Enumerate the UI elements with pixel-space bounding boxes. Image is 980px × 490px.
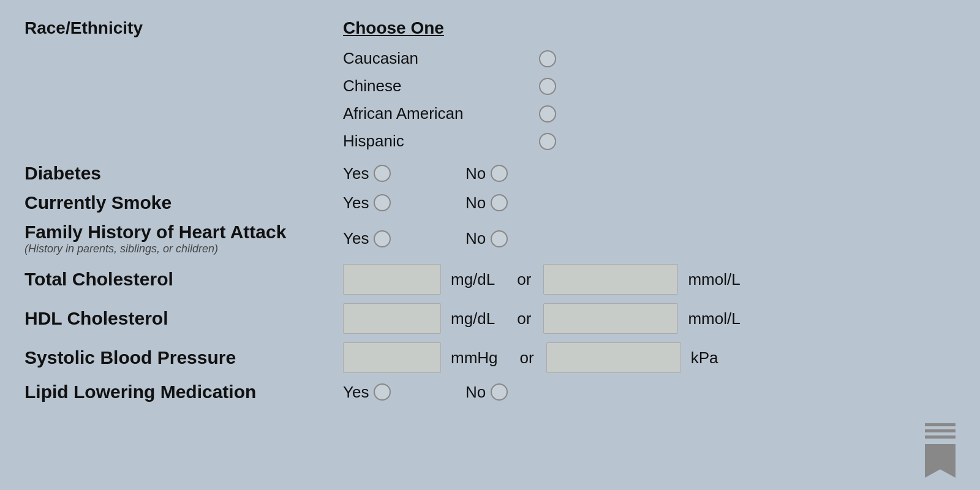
hdl-cholesterol-unit1: mg/dL	[451, 309, 495, 328]
total-cholesterol-label: Total Cholesterol	[24, 269, 343, 290]
smoke-yes-radio[interactable]	[374, 194, 391, 211]
chinese-label: Chinese	[343, 77, 539, 96]
family-yes-option: Yes	[343, 229, 453, 248]
hispanic-row: Hispanic	[343, 132, 956, 151]
total-cholesterol-or: or	[517, 270, 531, 289]
family-history-sublabel: (History in parents, siblings, or childr…	[24, 243, 343, 255]
lipid-lowering-yes-no: Yes No	[343, 383, 576, 402]
hispanic-label: Hispanic	[343, 132, 539, 151]
lipid-lowering-row: Lipid Lowering Medication Yes No	[24, 382, 956, 402]
diabetes-yes-radio[interactable]	[374, 165, 391, 182]
systolic-bp-unit1: mmHg	[451, 349, 498, 368]
diabetes-no-option: No	[466, 164, 576, 183]
family-yes-label: Yes	[343, 229, 369, 248]
systolic-bp-row: Systolic Blood Pressure mmHg or kPa	[24, 342, 956, 373]
family-history-row: Family History of Heart Attack (History …	[24, 222, 956, 255]
systolic-bp-or: or	[520, 349, 534, 368]
african-american-label: African American	[343, 104, 539, 123]
bookmark-icon[interactable]	[925, 423, 956, 478]
caucasian-row: Caucasian	[343, 49, 956, 68]
race-ethnicity-row: Race/Ethnicity Choose One	[24, 18, 956, 38]
family-label-block: Family History of Heart Attack (History …	[24, 222, 343, 255]
bookmark-shape	[925, 444, 956, 478]
total-cholesterol-unit1: mg/dL	[451, 270, 495, 289]
lipid-lowering-yes-label: Yes	[343, 383, 369, 402]
hdl-cholesterol-or: or	[517, 309, 531, 328]
african-american-row: African American	[343, 104, 956, 123]
smoke-yes-label: Yes	[343, 194, 369, 213]
lipid-lowering-no-radio[interactable]	[491, 383, 508, 401]
total-cholesterol-input-mgdl[interactable]	[343, 264, 441, 295]
diabetes-label: Diabetes	[24, 163, 343, 184]
diabetes-yes-no: Yes No	[343, 164, 576, 183]
systolic-bp-input-kpa[interactable]	[546, 342, 681, 373]
diabetes-no-radio[interactable]	[491, 165, 508, 182]
lipid-lowering-label: Lipid Lowering Medication	[24, 382, 343, 402]
bookmark-line-3	[925, 435, 956, 439]
lipid-lowering-no-option: No	[466, 383, 576, 402]
main-container: Race/Ethnicity Choose One Caucasian Chin…	[0, 0, 980, 429]
smoke-yes-no: Yes No	[343, 194, 576, 213]
diabetes-no-label: No	[466, 164, 486, 183]
bookmark-line-1	[925, 423, 956, 426]
systolic-bp-unit2: kPa	[691, 349, 718, 368]
hdl-cholesterol-unit2: mmol/L	[688, 309, 740, 328]
choose-one-link[interactable]: Choose One	[343, 18, 444, 38]
total-cholesterol-unit2: mmol/L	[688, 270, 740, 289]
diabetes-yes-option: Yes	[343, 164, 453, 183]
chinese-row: Chinese	[343, 77, 956, 96]
family-history-label: Family History of Heart Attack	[24, 222, 343, 243]
family-no-radio[interactable]	[491, 230, 508, 247]
total-cholesterol-row: Total Cholesterol mg/dL or mmol/L	[24, 264, 956, 295]
family-no-option: No	[466, 229, 576, 248]
smoke-row: Currently Smoke Yes No	[24, 192, 956, 213]
caucasian-radio[interactable]	[539, 50, 556, 67]
family-yes-no: Yes No	[343, 229, 576, 248]
hdl-cholesterol-label: HDL Cholesterol	[24, 308, 343, 329]
family-no-label: No	[466, 229, 486, 248]
smoke-no-radio[interactable]	[491, 194, 508, 211]
lipid-lowering-yes-option: Yes	[343, 383, 453, 402]
hdl-cholesterol-row: HDL Cholesterol mg/dL or mmol/L	[24, 303, 956, 334]
hdl-cholesterol-input-mmoll[interactable]	[543, 303, 678, 334]
systolic-bp-input-mmhg[interactable]	[343, 342, 441, 373]
lipid-lowering-yes-radio[interactable]	[374, 383, 391, 401]
smoke-no-option: No	[466, 194, 576, 213]
hispanic-radio[interactable]	[539, 133, 556, 150]
family-yes-radio[interactable]	[374, 230, 391, 247]
hdl-cholesterol-input-mgdl[interactable]	[343, 303, 441, 334]
smoke-no-label: No	[466, 194, 486, 213]
smoke-yes-option: Yes	[343, 194, 453, 213]
diabetes-yes-label: Yes	[343, 164, 369, 183]
race-ethnicity-label: Race/Ethnicity	[24, 18, 343, 38]
bookmark-line-2	[925, 429, 956, 432]
chinese-radio[interactable]	[539, 78, 556, 95]
african-american-radio[interactable]	[539, 105, 556, 123]
systolic-bp-label: Systolic Blood Pressure	[24, 347, 343, 368]
race-options-group: Caucasian Chinese African American Hispa…	[343, 49, 956, 151]
caucasian-label: Caucasian	[343, 49, 539, 68]
total-cholesterol-input-mmoll[interactable]	[543, 264, 678, 295]
lipid-lowering-no-label: No	[466, 383, 486, 402]
diabetes-row: Diabetes Yes No	[24, 163, 956, 184]
smoke-label: Currently Smoke	[24, 192, 343, 213]
